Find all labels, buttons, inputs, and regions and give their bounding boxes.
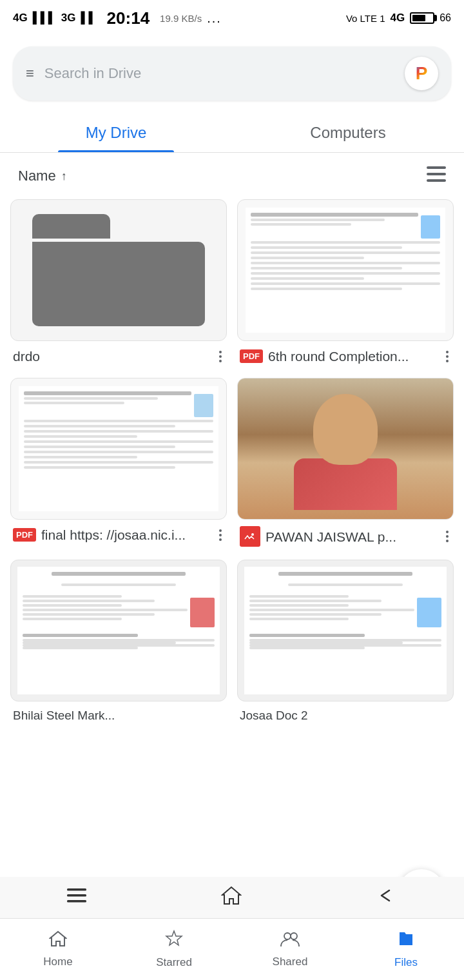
pdf-thumbnail-josaa[interactable] [10, 378, 227, 520]
svg-point-9 [284, 933, 291, 939]
file-name-6th-round: 6th round Completion... [268, 348, 443, 365]
file-name-pawan: PAWAN JAISWAL p... [266, 528, 443, 545]
list-view-icon[interactable] [427, 166, 446, 186]
svg-point-10 [291, 933, 297, 939]
search-placeholder[interactable]: Search in Drive [44, 65, 394, 82]
menu-icon[interactable]: ≡ [26, 65, 34, 82]
more-btn-pawan[interactable] [443, 528, 451, 545]
svg-rect-1 [427, 173, 446, 175]
files-grid: drdo [0, 199, 464, 791]
signal-3g: 3G [61, 12, 76, 24]
file-name-bhilai: Bhilai Steel Mark... [13, 708, 224, 724]
search-bar[interactable]: ≡ Search in Drive P [13, 46, 451, 101]
sort-label[interactable]: Name ↑ [18, 168, 67, 184]
android-back-btn[interactable] [376, 887, 397, 908]
doc-preview-josaa2 [244, 567, 447, 694]
battery-tip [434, 15, 437, 21]
file-name-josaa2: Josaa Doc 2 [240, 708, 451, 724]
pdf-thumbnail-6th-round[interactable] [237, 199, 454, 341]
battery-fill [412, 15, 425, 21]
file-item-bhilai: Bhilai Steel Mark... [10, 560, 227, 727]
svg-rect-0 [427, 166, 446, 169]
pdf-thumbnail-josaa2[interactable] [237, 560, 454, 701]
android-nav-bar [0, 877, 464, 918]
nav-label-shared: Shared [273, 956, 308, 968]
status-bar: 4G ▌▌▌ 3G ▌▌ 20:14 19.9 KB/s ... Vo LTE … [0, 0, 464, 36]
nav-label-starred: Starred [156, 956, 192, 969]
status-time: 20:14 [107, 8, 150, 28]
file-item-6th-round: PDF 6th round Completion... [237, 199, 454, 368]
battery-pct: 66 [440, 12, 451, 24]
doc-photo [421, 215, 440, 239]
signal-4g: 4G [13, 12, 28, 24]
folder-shape [32, 214, 204, 326]
folder-tab [32, 214, 110, 239]
svg-rect-13 [67, 900, 86, 903]
svg-rect-2 [427, 179, 446, 182]
more-btn-josaa[interactable] [217, 527, 224, 544]
volte: Vo LTE 1 [346, 13, 385, 24]
nav-item-starred[interactable]: Starred [116, 930, 232, 969]
svg-point-4 [251, 533, 254, 536]
profile-letter: P [416, 63, 428, 84]
file-info-josaa: PDF final https: //josaa.nic.i... [10, 520, 227, 546]
img-thumbnail-pawan[interactable] [237, 378, 454, 520]
file-item-josaa2: Josaa Doc 2 [237, 560, 454, 727]
file-name-row-josaa2: Josaa Doc 2 [240, 708, 451, 724]
doc-preview [246, 208, 445, 333]
folder-thumbnail-drdo[interactable] [10, 199, 227, 341]
svg-rect-3 [244, 530, 256, 543]
sort-bar: Name ↑ [0, 153, 464, 199]
file-info-josaa2: Josaa Doc 2 [237, 701, 454, 727]
bottom-nav: Home Starred Shared Files [0, 918, 464, 980]
signal-bars: ▌▌▌ [33, 12, 56, 24]
file-name-josaa: final https: //josaa.nic.i... [41, 526, 217, 544]
file-item-pawan: PAWAN JAISWAL p... [237, 378, 454, 549]
search-container: ≡ Search in Drive P [0, 36, 464, 111]
battery-icon [410, 12, 434, 24]
file-name-row-drdo: drdo [13, 348, 217, 365]
pdf-badge-josaa: PDF [13, 528, 36, 542]
file-info-pawan: PAWAN JAISWAL p... [237, 520, 454, 549]
tab-my-drive[interactable]: My Drive [0, 111, 232, 152]
sort-name: Name [18, 168, 56, 184]
doc-photo-josaa2 [417, 598, 441, 627]
pdf-thumbnail-bhilai[interactable] [10, 560, 227, 701]
nav-label-files: Files [394, 956, 418, 969]
nav-item-shared[interactable]: Shared [232, 930, 348, 968]
doc-preview-josaa [19, 386, 218, 511]
more-btn-6th-round[interactable] [443, 348, 451, 365]
home-icon [49, 930, 67, 952]
data-speed: 19.9 KB/s [160, 13, 202, 24]
star-icon [165, 930, 183, 952]
file-name-row-josaa: PDF final https: //josaa.nic.i... [13, 526, 217, 544]
signal-bars-2: ▌▌ [81, 12, 97, 24]
profile-avatar[interactable]: P [405, 57, 438, 90]
tabs-container: My Drive Computers [0, 111, 464, 153]
file-name-row-pawan: PAWAN JAISWAL p... [240, 526, 443, 547]
more-dots: ... [207, 11, 222, 26]
files-icon [397, 930, 415, 952]
nav-label-home: Home [43, 956, 72, 968]
file-name-drdo: drdo [13, 348, 217, 365]
more-btn-drdo[interactable] [217, 348, 224, 365]
doc-preview-bhilai [17, 567, 220, 694]
file-item-drdo: drdo [10, 199, 227, 368]
tab-computers[interactable]: Computers [232, 111, 464, 152]
signal-4g-right: 4G [391, 12, 405, 24]
file-info-drdo: drdo [10, 341, 227, 368]
svg-rect-12 [67, 894, 86, 897]
doc-photo-josaa [194, 394, 213, 417]
file-name-row-6th-round: PDF 6th round Completion... [240, 348, 443, 365]
sort-arrow: ↑ [61, 170, 67, 183]
android-menu-btn[interactable] [67, 888, 86, 906]
nav-item-files[interactable]: Files [348, 930, 464, 969]
nav-item-home[interactable]: Home [0, 930, 116, 968]
status-left: 4G ▌▌▌ 3G ▌▌ 20:14 19.9 KB/s ... [13, 8, 222, 28]
file-info-6th-round: PDF 6th round Completion... [237, 341, 454, 368]
file-item-josaa: PDF final https: //josaa.nic.i... [10, 378, 227, 549]
android-home-btn[interactable] [221, 886, 242, 910]
img-badge-pawan [240, 526, 260, 547]
file-info-bhilai: Bhilai Steel Mark... [10, 701, 227, 727]
shared-icon [280, 930, 300, 952]
